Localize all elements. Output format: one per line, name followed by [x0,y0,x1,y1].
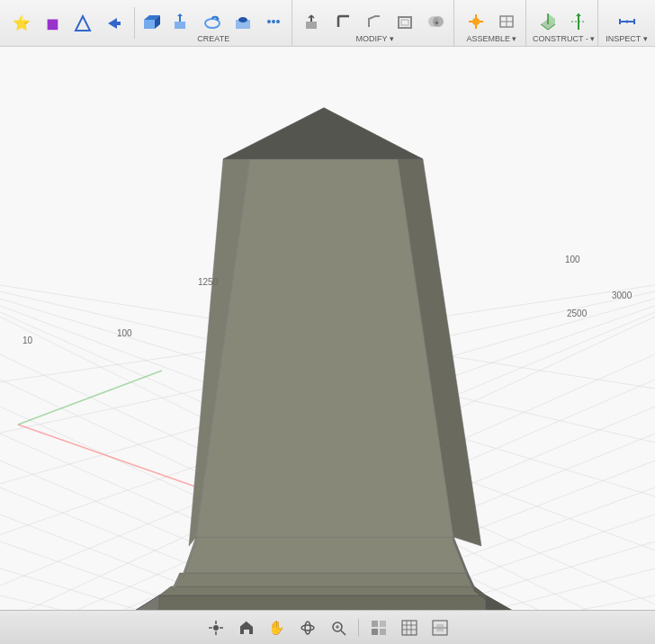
pan-icon: ✋ [268,620,285,636]
svg-text:1250: 1250 [198,277,219,287]
statusbar: ✋ [0,610,655,644]
toolbar-group-construct: CONSTRUCT - ▾ [530,0,598,46]
svg-marker-90 [184,537,468,573]
chamfer-icon [365,13,383,31]
shell-icon [396,13,414,31]
modify-group-label: MODIFY ▾ [356,34,394,43]
svg-point-12 [267,20,271,23]
viewport-3d[interactable]: 10 100 1250 100 3000 2500 [0,47,655,644]
svg-rect-2 [144,20,155,29]
toolbar-group-assemble: ASSEMBLE ▾ [458,0,526,46]
hole-icon [234,13,252,31]
star-tool-btn[interactable]: ⭐ [7,5,36,41]
combine-icon: + [426,13,444,31]
navigate-btn[interactable] [203,616,229,640]
svg-point-11 [238,17,247,22]
svg-text:2500: 2500 [567,309,588,318]
modify-shell-btn[interactable] [390,4,419,40]
display-mode-btn[interactable] [366,616,391,640]
axis-icon [569,12,588,31]
measure-icon [617,12,637,31]
grid-toggle-btn[interactable] [397,616,422,640]
orbit-icon [300,620,316,636]
orbit-btn[interactable] [295,616,320,640]
fillet-icon [335,13,353,31]
svg-point-24 [472,18,480,25]
assemble-group-label: ASSEMBLE ▾ [466,34,516,43]
create-more-btn[interactable] [259,4,288,40]
navigate-icon [208,620,224,636]
svg-rect-5 [175,22,185,29]
svg-text:10: 10 [22,335,33,345]
svg-point-14 [276,20,280,23]
modify-fillet-btn[interactable] [329,4,358,40]
svg-text:100: 100 [565,255,580,264]
home-btn[interactable] [234,616,259,640]
create-hole-btn[interactable] [229,4,257,40]
joint-icon [466,12,486,31]
as-more-icon [497,12,516,31]
construct-group-label: CONSTRUCT - ▾ [533,34,595,43]
zoom-btn[interactable] [326,616,351,640]
purple-cube-icon: ◼ [46,13,59,33]
svg-rect-122 [380,629,386,635]
zoom-icon [330,620,346,636]
purple-cube-btn[interactable]: ◼ [38,5,67,41]
svg-rect-130 [436,624,444,631]
svg-marker-111 [240,622,253,634]
svg-text:100: 100 [117,328,132,338]
press-pull-icon [304,13,322,31]
svg-rect-120 [380,621,386,627]
svg-point-114 [305,622,310,634]
revolve-icon [203,13,221,31]
toolbar-group-special: ⭐ ◼ [4,0,135,46]
svg-marker-1 [108,18,121,29]
toolbar-group-modify: + MODIFY ▾ [296,0,453,46]
svg-point-13 [272,20,275,23]
modify-press-btn[interactable] [299,4,328,40]
svg-line-116 [341,631,345,635]
svg-point-106 [213,625,219,631]
svg-rect-119 [372,621,378,627]
star-icon: ⭐ [13,14,31,31]
extrude-icon [173,13,191,31]
svg-text:+: + [435,19,439,27]
svg-rect-123 [402,621,417,635]
display-mode-icon [371,620,387,636]
statusbar-separator-1 [358,619,359,637]
plane-icon [538,12,558,31]
box-icon [142,13,160,31]
create-box-btn[interactable] [137,4,166,40]
toolbar: ⭐ ◼ [0,0,655,47]
create-group-label: CREATE [197,34,229,43]
svg-marker-87 [174,573,474,586]
pan-btn[interactable]: ✋ [265,616,290,640]
grid-background: 10 100 1250 100 3000 2500 [0,47,655,644]
toolbar-group-create: CREATE [135,0,292,46]
create-extrude-btn[interactable] [167,4,196,40]
home-icon [238,620,255,636]
svg-rect-121 [372,629,378,635]
svg-rect-19 [399,17,411,28]
svg-rect-20 [401,20,408,25]
svg-marker-7 [177,13,183,16]
svg-text:3000: 3000 [612,291,633,300]
sketch-arrow-icon [104,14,122,32]
svg-point-113 [301,625,314,631]
toolbar-group-inspect: INSPECT ▾ [602,0,651,46]
svg-marker-36 [576,13,581,16]
sketch-arrow-btn[interactable] [99,5,128,41]
inspect-group-label: INSPECT ▾ [606,34,647,43]
view-cube-icon [432,620,448,636]
svg-marker-85 [159,586,486,595]
create-more-icon [265,13,283,31]
modify-combine-btn[interactable]: + [421,4,450,40]
sketch-triangle-btn[interactable] [68,5,97,41]
grid-toggle-icon [401,620,417,636]
sketch-triangle-icon [74,14,92,32]
view-cube-btn[interactable] [427,616,453,640]
svg-rect-15 [306,22,317,29]
svg-marker-0 [76,16,90,31]
